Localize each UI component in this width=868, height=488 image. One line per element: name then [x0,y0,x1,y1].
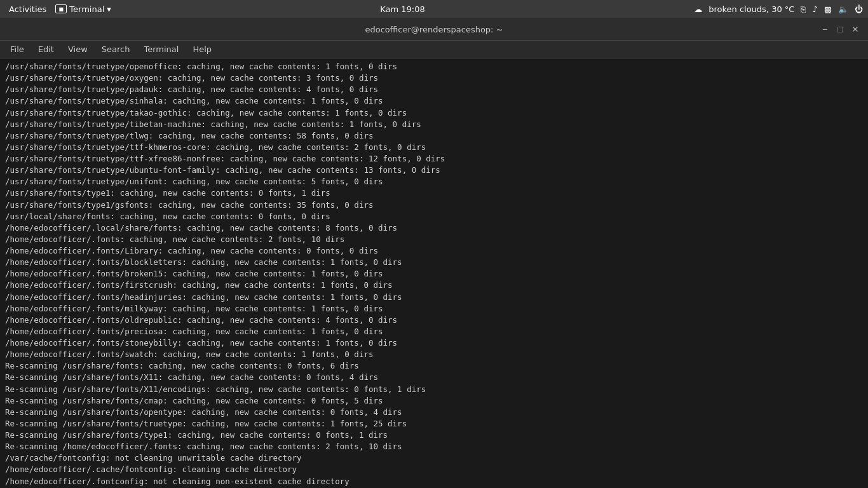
top-bar-clock: Kam 19:08 [380,4,425,14]
weather-label: broken clouds, 30 °C [709,4,794,14]
menu-help[interactable]: Help [186,43,218,56]
terminal-line: /home/edocofficer/.fonts/stoneybilly: ca… [5,337,863,349]
terminal-line: /home/edocofficer/.fonts/preciosa: cachi… [5,326,863,337]
menu-terminal[interactable]: Terminal [137,43,185,56]
terminal-line: /home/edocofficer/.fonts/headinjuries: c… [5,292,863,303]
chevron-down-icon: ▾ [107,4,111,14]
terminal-line: /home/edocofficer/.fonts/Library: cachin… [5,245,863,257]
menu-search[interactable]: Search [95,43,137,56]
terminal-line: /usr/share/fonts/truetype/padauk: cachin… [5,84,863,95]
top-system-bar: Activities ■ Terminal ▾ Kam 19:08 ☁ brok… [0,0,868,18]
terminal-icon: ■ [55,4,67,13]
terminal-line: /usr/share/fonts/truetype/tibetan-machin… [5,119,863,130]
display-icon[interactable]: ▩ [824,4,832,14]
close-button[interactable]: ✕ [850,24,860,34]
terminal-line: /usr/share/fonts/truetype/takao-gothic: … [5,107,863,119]
terminal-line: Re-scanning /usr/share/fonts: caching, n… [5,360,863,372]
terminal-line: /usr/share/fonts/truetype/tlwg: caching,… [5,130,863,142]
terminal-line: /home/edocofficer/.local/share/fonts: ca… [5,222,863,234]
top-bar-left: Activities ■ Terminal ▾ [5,3,111,15]
top-bar-right: ☁ broken clouds, 30 °C ⎘ ♪ ▩ 🔈 ⏻ [694,4,863,14]
maximize-button[interactable]: □ [835,24,845,34]
terminal-line: /home/edocofficer/.fonts/swatch: caching… [5,349,863,360]
terminal-line: /home/edocofficer/.fonts/broken15: cachi… [5,268,863,280]
terminal-line: /usr/local/share/fonts: caching, new cac… [5,211,863,222]
terminal-line: /home/edocofficer/.fonts/firstcrush: cac… [5,280,863,291]
terminal-line: Re-scanning /usr/share/fonts/type1: cach… [5,430,863,441]
terminal-line: /usr/share/fonts/type1/gsfonts: caching,… [5,200,863,211]
terminal-line: /var/cache/fontconfig: not cleaning unwr… [5,452,863,464]
terminal-line: Re-scanning /home/edocofficer/.fonts: ca… [5,441,863,452]
terminal-line: Re-scanning /usr/share/fonts/X11: cachin… [5,372,863,383]
title-bar: edocofficer@renderspaceshop: ~ − □ ✕ [0,18,868,41]
terminal-line: /home/edocofficer/.fonts/oldrepublic: ca… [5,315,863,326]
terminal-line: /home/edocofficer/.fonts/milkyway: cachi… [5,303,863,315]
minimize-button[interactable]: − [820,24,830,34]
terminal-line: /usr/share/fonts/truetype/ttf-xfree86-no… [5,153,863,165]
sound-icon[interactable]: ♪ [812,4,817,14]
menu-view[interactable]: View [62,43,94,56]
terminal-line: Re-scanning /usr/share/fonts/X11/encodin… [5,384,863,395]
terminal-line: /home/edocofficer/.fonts/blockletters: c… [5,257,863,268]
power-icon[interactable]: ⏻ [855,4,863,14]
terminal-line: Re-scanning /usr/share/fonts/truetype: c… [5,418,863,430]
terminal-taskbar-label: Terminal [69,4,104,14]
terminal-line: /usr/share/fonts/truetype/ttf-khmeros-co… [5,142,863,153]
terminal-line: /usr/share/fonts/truetype/ubuntu-font-fa… [5,165,863,176]
menu-file[interactable]: File [4,43,31,56]
datetime-label: Kam 19:08 [380,4,425,14]
terminal-lines: /usr/share/fonts/truetype/openoffice: ca… [5,61,863,488]
weather-icon: ☁ [694,4,702,14]
network-icon[interactable]: ⎘ [801,4,806,14]
activities-button[interactable]: Activities [5,3,50,15]
menu-bar: File Edit View Search Terminal Help [0,41,868,58]
terminal-line: /home/edocofficer/.fonts: caching, new c… [5,234,863,245]
menu-edit[interactable]: Edit [32,43,60,56]
volume-icon[interactable]: 🔈 [838,4,848,14]
terminal-line: /home/edocofficer/.cache/fontconfig: cle… [5,464,863,475]
window-title: edocofficer@renderspaceshop: ~ [365,18,503,41]
terminal-line: /usr/share/fonts/truetype/openoffice: ca… [5,61,863,72]
window-controls: − □ ✕ [820,24,860,34]
terminal-line: /home/edocofficer/.fontconfig: not clean… [5,476,863,487]
terminal-output[interactable]: /usr/share/fonts/truetype/openoffice: ca… [0,58,868,488]
terminal-window: edocofficer@renderspaceshop: ~ − □ ✕ Fil… [0,18,868,488]
terminal-line: /usr/share/fonts/truetype/oxygen: cachin… [5,72,863,84]
terminal-line: /usr/share/fonts/truetype/sinhala: cachi… [5,95,863,107]
terminal-line: /usr/share/fonts/type1: caching, new cac… [5,187,863,199]
terminal-line: Re-scanning /usr/share/fonts/opentype: c… [5,407,863,418]
terminal-line: /usr/share/fonts/truetype/unifont: cachi… [5,176,863,187]
terminal-line: Re-scanning /usr/share/fonts/cmap: cachi… [5,395,863,407]
terminal-taskbar-button[interactable]: ■ Terminal ▾ [55,4,111,14]
